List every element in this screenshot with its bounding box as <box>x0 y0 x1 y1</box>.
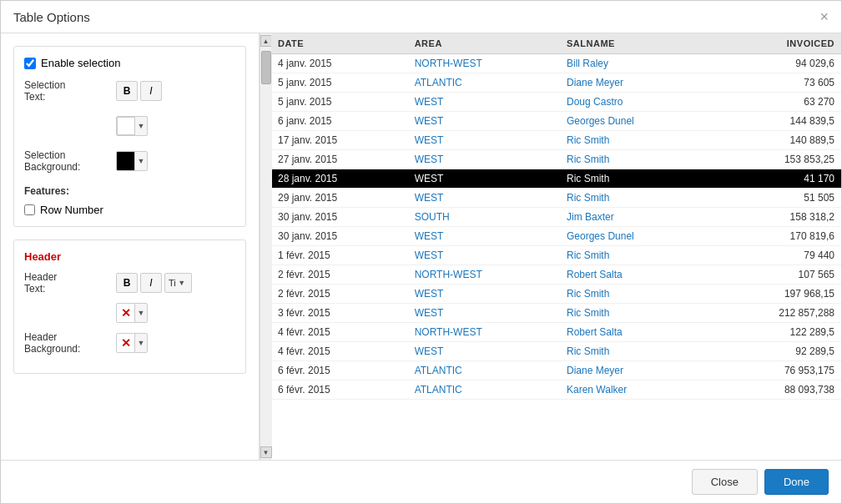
selection-bold-button[interactable]: B <box>116 81 138 101</box>
cell-salname: Ric Smith <box>560 131 712 150</box>
cell-area: NORTH-WEST <box>408 54 560 73</box>
cell-date: 30 janv. 2015 <box>271 227 408 246</box>
close-x-button[interactable]: × <box>819 9 829 24</box>
row-number-checkbox[interactable] <box>24 204 35 215</box>
cell-date: 6 févr. 2015 <box>271 361 408 381</box>
header-ti-button[interactable]: Ti ▼ <box>164 273 192 293</box>
selection-section: Enable selection SelectionText: B I <box>13 46 246 227</box>
cell-area: WEST <box>408 304 560 323</box>
cell-salname: Georges Dunel <box>560 227 712 246</box>
cell-salname: Bill Raley <box>560 54 712 73</box>
right-area: ▲ ▼ DATE AREA SALNAME INVOICED <box>260 33 841 460</box>
header-text-color-button[interactable]: ✕ ▼ <box>116 303 148 323</box>
done-button[interactable]: Done <box>764 469 829 495</box>
header-italic-button[interactable]: I <box>140 273 162 293</box>
cell-area: WEST <box>408 227 560 246</box>
table-head: DATE AREA SALNAME INVOICED <box>271 33 841 54</box>
cell-area: WEST <box>408 246 560 265</box>
cell-area: WEST <box>408 131 560 150</box>
selection-bg-color-button[interactable]: ▼ <box>116 151 148 171</box>
cell-salname: Diane Meyer <box>560 73 712 93</box>
cell-area: WEST <box>408 93 560 112</box>
dialog-footer: Close Done <box>1 460 841 503</box>
table-row[interactable]: 6 janv. 2015WESTGeorges Dunel144 839,5 <box>271 112 841 131</box>
cell-date: 1 févr. 2015 <box>271 246 408 265</box>
row-number-row: Row Number <box>24 204 235 216</box>
close-button[interactable]: Close <box>692 469 758 495</box>
header-ti-arrow: ▼ <box>176 274 188 292</box>
left-panel: Enable selection SelectionText: B I <box>1 33 260 460</box>
cell-area: ATLANTIC <box>408 73 560 93</box>
table-row[interactable]: 6 févr. 2015ATLANTICKaren Walker88 093,7… <box>271 381 841 400</box>
dialog-body: Enable selection SelectionText: B I <box>1 33 841 460</box>
features-label: Features: <box>24 185 235 197</box>
selection-text-color-button[interactable]: ▼ <box>116 116 148 136</box>
cell-area: WEST <box>408 342 560 361</box>
table-row[interactable]: 2 févr. 2015WESTRic Smith197 968,15 <box>271 285 841 304</box>
table-row[interactable]: 5 janv. 2015WESTDoug Castro63 270 <box>271 93 841 112</box>
enable-selection-checkbox[interactable] <box>24 58 36 69</box>
table-row[interactable]: 28 janv. 2015WESTRic Smith41 170 <box>271 169 841 189</box>
header-bg-color-arrow: ▼ <box>135 334 147 352</box>
cell-date: 2 févr. 2015 <box>271 285 408 304</box>
table-body: 4 janv. 2015NORTH-WESTBill Raley94 029,6… <box>271 54 841 400</box>
cell-invoiced: 41 170 <box>712 169 841 189</box>
header-text-row: HeaderText: B I Ti ▼ <box>24 271 235 295</box>
table-row[interactable]: 3 févr. 2015WESTRic Smith212 857,288 <box>271 304 841 323</box>
selection-form-rows: SelectionText: B I ▼ <box>24 79 235 181</box>
cell-invoiced: 73 605 <box>712 73 841 93</box>
table-row[interactable]: 1 févr. 2015WESTRic Smith79 440 <box>271 246 841 265</box>
cell-date: 4 févr. 2015 <box>271 323 408 342</box>
table-row[interactable]: 27 janv. 2015WESTRic Smith153 853,25 <box>271 150 841 169</box>
enable-selection-label: Enable selection <box>41 57 120 69</box>
header-text-controls: B I Ti ▼ <box>116 273 192 293</box>
row-number-label: Row Number <box>40 204 103 216</box>
table-row[interactable]: 5 janv. 2015ATLANTICDiane Meyer73 605 <box>271 73 841 93</box>
selection-text-row: SelectionText: B I <box>24 79 235 103</box>
table-row[interactable]: 30 janv. 2015SOUTHJim Baxter158 318,2 <box>271 208 841 227</box>
table-row[interactable]: 4 févr. 2015NORTH-WESTRobert Salta122 28… <box>271 323 841 342</box>
header-text-color-swatch: ✕ <box>117 304 135 322</box>
table-row[interactable]: 17 janv. 2015WESTRic Smith140 889,5 <box>271 131 841 150</box>
selection-text-color-row: ▼ <box>24 116 235 136</box>
table-row[interactable]: 6 févr. 2015ATLANTICDiane Meyer76 953,17… <box>271 361 841 381</box>
cell-date: 4 janv. 2015 <box>271 54 408 73</box>
cell-area: WEST <box>408 285 560 304</box>
cell-area: WEST <box>408 150 560 169</box>
table-row[interactable]: 4 janv. 2015NORTH-WESTBill Raley94 029,6 <box>271 54 841 73</box>
cell-date: 29 janv. 2015 <box>271 189 408 208</box>
cell-salname: Ric Smith <box>560 342 712 361</box>
selection-italic-button[interactable]: I <box>140 81 162 101</box>
table-row[interactable]: 29 janv. 2015WESTRic Smith51 505 <box>271 189 841 208</box>
left-scrollbar[interactable]: ▲ ▼ <box>260 33 271 460</box>
cell-date: 17 janv. 2015 <box>271 131 408 150</box>
cell-invoiced: 88 093,738 <box>712 381 841 400</box>
cell-salname: Doug Castro <box>560 93 712 112</box>
cell-area: WEST <box>408 169 560 189</box>
enable-selection-row: Enable selection <box>24 57 235 69</box>
selection-text-controls: B I <box>116 81 162 101</box>
cell-invoiced: 107 565 <box>712 265 841 285</box>
cell-salname: Robert Salta <box>560 323 712 342</box>
cell-date: 3 févr. 2015 <box>271 304 408 323</box>
scroll-up-arrow[interactable]: ▲ <box>260 35 272 47</box>
table-scroll-area[interactable]: DATE AREA SALNAME INVOICED 4 janv. 2015N… <box>271 33 841 460</box>
cell-area: ATLANTIC <box>408 361 560 381</box>
cell-area: WEST <box>408 189 560 208</box>
header-bg-color-swatch: ✕ <box>117 334 135 352</box>
scroll-thumb[interactable] <box>261 51 271 84</box>
cell-invoiced: 94 029,6 <box>712 54 841 73</box>
table-row[interactable]: 4 févr. 2015WESTRic Smith92 289,5 <box>271 342 841 361</box>
header-bold-button[interactable]: B <box>116 273 138 293</box>
scroll-down-arrow[interactable]: ▼ <box>260 446 272 458</box>
table-row[interactable]: 2 févr. 2015NORTH-WESTRobert Salta107 56… <box>271 265 841 285</box>
header-bg-label: Header Background: <box>24 331 116 355</box>
header-bg-row: Header Background: ✕ ▼ <box>24 331 235 355</box>
cell-invoiced: 51 505 <box>712 189 841 208</box>
header-bg-color-button[interactable]: ✕ ▼ <box>116 333 148 353</box>
cell-invoiced: 212 857,288 <box>712 304 841 323</box>
cell-invoiced: 144 839,5 <box>712 112 841 131</box>
table-row[interactable]: 30 janv. 2015WESTGeorges Dunel170 819,6 <box>271 227 841 246</box>
cell-salname: Ric Smith <box>560 246 712 265</box>
cell-date: 6 janv. 2015 <box>271 112 408 131</box>
